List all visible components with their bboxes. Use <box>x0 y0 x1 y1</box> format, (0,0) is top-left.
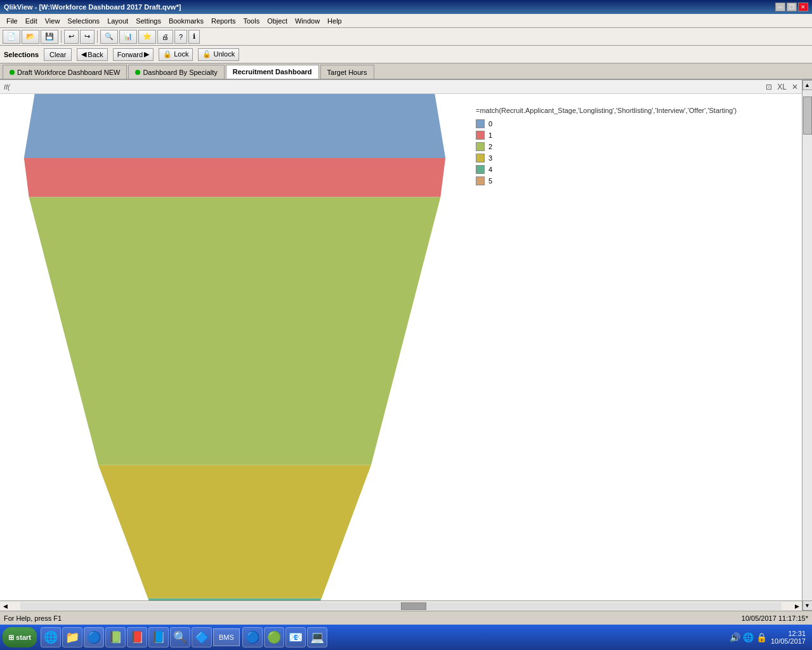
minimize-button[interactable]: ─ <box>775 3 785 11</box>
funnel-chart <box>6 100 463 594</box>
system-clock[interactable]: 12:31 10/05/2017 <box>771 630 806 645</box>
separator-2 <box>97 30 98 43</box>
v-scroll-down-arrow[interactable]: ▼ <box>802 600 813 611</box>
menu-selections[interactable]: Selections <box>63 16 103 26</box>
menu-object[interactable]: Object <box>263 16 291 26</box>
tab-dashboard-specialty[interactable]: Dashboard By Specialty <box>128 65 224 79</box>
tab-draft-workforce[interactable]: Draft Workforce Dashboard NEW <box>3 65 127 79</box>
system-tray: 🔊 🌐 🔒 12:31 10/05/2017 <box>726 630 809 645</box>
undo-button[interactable]: ↩ <box>64 30 79 44</box>
tray-icons: 🔊 🌐 🔒 <box>730 632 767 642</box>
open-button[interactable]: 📂 <box>22 30 39 44</box>
taskbar-ie-icon[interactable]: 🌐 <box>41 627 61 647</box>
taskbar: ⊞ start 🌐 📁 🔵 📗 📕 📘 🔍 🔷 BMS 🔵 🟢 📧 💻 🔊 🌐 … <box>0 625 812 650</box>
menu-layout[interactable]: Layout <box>103 16 132 26</box>
funnel-segment-3 <box>98 465 371 599</box>
legend-color-0 <box>476 119 485 128</box>
save-button[interactable]: 💾 <box>41 30 58 44</box>
selections-bar: Selections Clear ◀ Back Forward ▶ 🔒 Lock… <box>0 46 812 63</box>
menu-edit[interactable]: Edit <box>22 16 41 26</box>
menu-help[interactable]: Help <box>324 16 346 26</box>
legend-item-1: 1 <box>476 131 783 140</box>
info-button[interactable]: ℹ <box>188 30 200 44</box>
forward-button[interactable]: Forward ▶ <box>113 48 154 61</box>
start-button[interactable]: ⊞ start <box>3 627 37 647</box>
legend-color-3 <box>476 154 485 162</box>
chart-header: If( ⊡ XL ✕ <box>0 80 802 94</box>
bookmark-button[interactable]: ⭐ <box>138 30 156 44</box>
chart-button[interactable]: 📊 <box>119 30 137 44</box>
chart-body: =match(Recruit.Applicant_Stage,'Longlist… <box>0 94 802 600</box>
search-button[interactable]: 🔍 <box>100 30 118 44</box>
clear-button[interactable]: Clear <box>44 48 72 61</box>
scroll-left-arrow[interactable]: ◀ <box>0 603 10 609</box>
redo-button[interactable]: ↪ <box>80 30 95 44</box>
legend-color-4 <box>476 165 485 174</box>
menu-reports[interactable]: Reports <box>207 16 240 26</box>
help-toolbar-button[interactable]: ? <box>174 30 187 44</box>
status-datetime: 10/05/2017 11:17:15* <box>742 614 808 622</box>
clock-date: 10/05/2017 <box>771 637 806 645</box>
status-bar: For Help, press F1 10/05/2017 11:17:15* <box>0 611 812 625</box>
funnel-svg <box>13 94 457 600</box>
taskbar-app2-icon[interactable]: 🔵 <box>242 627 263 647</box>
tab-recruitment-dashboard[interactable]: Recruitment Dashboard <box>226 65 319 79</box>
legend-item-4: 4 <box>476 165 783 174</box>
menu-bookmarks[interactable]: Bookmarks <box>165 16 207 26</box>
tab-dot-1 <box>10 70 15 75</box>
legend-item-3: 3 <box>476 154 783 162</box>
menu-tools[interactable]: Tools <box>239 16 263 26</box>
chart-expand-icon[interactable]: XL <box>777 83 787 91</box>
taskbar-chrome-icon[interactable]: 🔵 <box>84 627 104 647</box>
restore-button[interactable]: ❐ <box>787 3 797 11</box>
chart-header-controls: ⊡ XL ✕ <box>766 83 798 91</box>
taskbar-folder-icon[interactable]: 📁 <box>62 627 82 647</box>
taskbar-word-icon[interactable]: 📘 <box>148 627 169 647</box>
tab-label-2: Dashboard By Specialty <box>143 69 217 76</box>
tray-icon-1[interactable]: 🔊 <box>730 632 740 642</box>
back-button[interactable]: ◀ Back <box>77 48 107 61</box>
selections-label: Selections <box>4 51 39 58</box>
v-scroll-up-arrow[interactable]: ▲ <box>802 80 813 90</box>
menu-file[interactable]: File <box>3 16 22 26</box>
scroll-right-arrow[interactable]: ▶ <box>792 603 802 609</box>
close-button[interactable]: ✕ <box>798 3 808 11</box>
print-button[interactable]: 🖨 <box>157 30 173 44</box>
taskbar-app1-icon[interactable]: 🔷 <box>192 627 212 647</box>
legend-label-3: 3 <box>488 154 492 162</box>
chart-formula: If( <box>4 83 10 91</box>
tab-target-hours[interactable]: Target Hours <box>320 65 374 79</box>
tray-icon-3[interactable]: 🔒 <box>756 632 767 642</box>
scroll-track[interactable] <box>20 602 782 610</box>
menu-view[interactable]: View <box>41 16 64 26</box>
taskbar-excel-icon[interactable]: 📗 <box>105 627 126 647</box>
scroll-thumb[interactable] <box>401 602 426 610</box>
taskbar-bms-button[interactable]: BMS <box>213 628 240 646</box>
tab-dot-2 <box>135 70 140 75</box>
new-button[interactable]: 📄 <box>3 30 20 44</box>
taskbar-search-icon[interactable]: 🔍 <box>170 627 190 647</box>
legend-color-1 <box>476 131 485 140</box>
funnel-segment-2 <box>29 197 441 465</box>
taskbar-outlook-icon[interactable]: 📧 <box>285 627 306 647</box>
legend-label-1: 1 <box>488 131 492 139</box>
legend-color-5 <box>476 176 485 185</box>
v-scroll-track[interactable] <box>802 90 813 600</box>
v-scroll-thumb[interactable] <box>803 96 812 135</box>
menu-settings[interactable]: Settings <box>132 16 165 26</box>
v-scrollbar: ▲ ▼ <box>802 80 812 611</box>
legend-label-5: 5 <box>488 177 492 185</box>
tray-icon-2[interactable]: 🌐 <box>743 632 754 642</box>
unlock-button[interactable]: 🔓 Unlock <box>198 48 239 61</box>
chart-close-icon[interactable]: ✕ <box>792 83 798 91</box>
lock-button[interactable]: 🔒 Lock <box>159 48 193 61</box>
tab-bar: Draft Workforce Dashboard NEW Dashboard … <box>0 63 812 80</box>
taskbar-ppt-icon[interactable]: 📕 <box>127 627 147 647</box>
taskbar-app3-icon[interactable]: 🟢 <box>264 627 284 647</box>
menu-window[interactable]: Window <box>291 16 324 26</box>
separator-1 <box>61 30 62 43</box>
taskbar-app4-icon[interactable]: 💻 <box>307 627 327 647</box>
legend-label-0: 0 <box>488 120 492 128</box>
chart-minimize-icon[interactable]: ⊡ <box>766 83 772 91</box>
funnel-segment-4 <box>148 599 322 600</box>
